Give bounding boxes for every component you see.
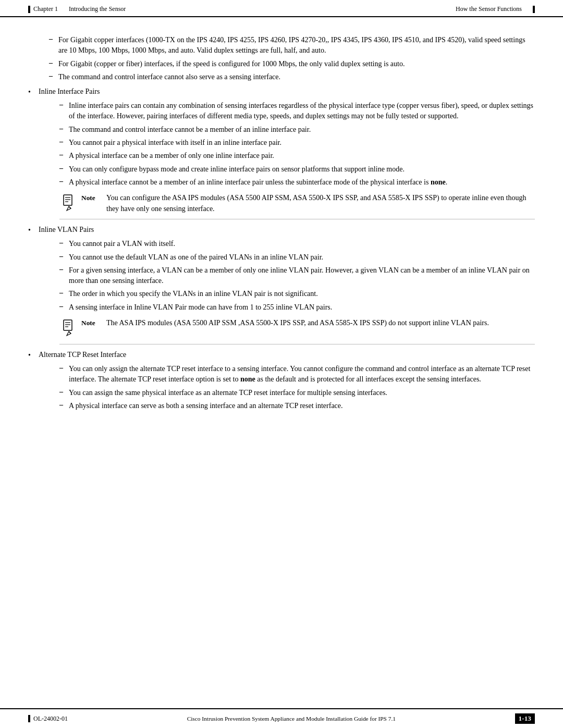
inline-vlan-sub-list: – You cannot pair a VLAN with itself. – … xyxy=(59,239,535,313)
sub-text: You cannot pair a physical interface wit… xyxy=(69,138,535,148)
list-item: – You cannot pair a physical interface w… xyxy=(59,138,535,148)
dash-icon: – xyxy=(59,125,69,133)
footer-doc-id: OL-24002-01 xyxy=(33,715,68,723)
alternate-tcp-bullet: • Alternate TCP Reset Interface xyxy=(28,351,535,360)
dash-icon: – xyxy=(59,177,69,186)
list-item: – A physical interface can serve as both… xyxy=(59,401,535,411)
note-2-text: The ASA IPS modules (ASA 5500 AIP SSM ,A… xyxy=(106,318,535,328)
alternate-tcp-sub-list: – You can only assign the alternate TCP … xyxy=(59,364,535,411)
list-item: – For a given sensing interface, a VLAN … xyxy=(59,265,535,287)
list-item: – You cannot use the default VLAN as one… xyxy=(59,252,535,263)
header-right: How the Sensor Functions xyxy=(456,5,535,13)
svg-line-9 xyxy=(69,331,71,334)
list-item: – You cannot pair a VLAN with itself. xyxy=(59,239,535,249)
dash-icon: – xyxy=(59,252,69,261)
dash-icon: – xyxy=(59,164,69,172)
sub-text: You can only configure bypass mode and c… xyxy=(69,164,535,175)
bullet-label: Alternate TCP Reset Interface xyxy=(39,351,535,359)
sub-text: For a given sensing interface, a VLAN ca… xyxy=(69,265,535,287)
list-item: – The order in which you specify the VLA… xyxy=(59,289,535,299)
note-pencil-icon-2 xyxy=(59,319,76,340)
note-1-text: You can configure the ASA IPS modules (A… xyxy=(106,193,535,214)
svg-line-4 xyxy=(69,206,71,208)
list-item: – A physical interface can be a member o… xyxy=(59,151,535,161)
footer-page-number: 1-13 xyxy=(515,713,535,724)
sub-text: A physical interface can serve as both a… xyxy=(69,401,535,411)
footer-left: OL-24002-01 xyxy=(28,715,68,723)
list-item: – You can assign the same physical inter… xyxy=(59,388,535,398)
sub-text: The command and control interface cannot… xyxy=(69,125,535,135)
dash-icon: – xyxy=(59,401,69,409)
intro-sub-list: – For Gigabit copper interfaces (1000-TX… xyxy=(49,35,535,82)
list-item: – A physical interface cannot be a membe… xyxy=(59,177,535,188)
bullet-dot: • xyxy=(28,226,39,235)
list-item: – You can only configure bypass mode and… xyxy=(59,164,535,175)
sub-text: A physical interface cannot be a member … xyxy=(69,177,535,188)
note-1-label: Note xyxy=(81,193,106,202)
footer-inner: OL-24002-01 Cisco Intrusion Prevention S… xyxy=(28,713,535,724)
bullet-label: Inline Interface Pairs xyxy=(39,88,535,96)
sub-text: The command and control interface cannot… xyxy=(58,72,535,82)
list-item: – For Gigabit copper interfaces (1000-TX… xyxy=(49,35,535,56)
page-header: Chapter 1 Introducing the Sensor How the… xyxy=(0,0,563,17)
header-left: Chapter 1 Introducing the Sensor xyxy=(28,5,126,13)
dash-icon: – xyxy=(49,72,58,80)
dash-icon: – xyxy=(59,151,69,159)
list-item: – For Gigabit (copper or fiber) interfac… xyxy=(49,59,535,69)
inline-vlan-pairs-bullet: • Inline VLAN Pairs xyxy=(28,226,535,235)
sub-text: The order in which you specify the VLANs… xyxy=(69,289,535,299)
header-left-bar xyxy=(28,6,30,13)
header-chapter: Chapter 1 xyxy=(33,5,58,13)
footer-bar xyxy=(28,715,30,722)
list-item: – The command and control interface cann… xyxy=(59,125,535,135)
sub-text: You cannot pair a VLAN with itself. xyxy=(69,239,535,249)
dash-icon: – xyxy=(59,388,69,396)
sub-text: A physical interface can be a member of … xyxy=(69,151,535,161)
note-1-wrapper: Note You can configure the ASA IPS modul… xyxy=(59,193,535,219)
inline-interface-sub-list: – Inline interface pairs can contain any… xyxy=(59,101,535,188)
svg-rect-5 xyxy=(64,320,72,330)
dash-icon: – xyxy=(59,101,69,109)
bullet-label: Inline VLAN Pairs xyxy=(39,226,535,234)
note-pencil-icon xyxy=(59,194,76,215)
sub-text: A sensing interface in Inline VLAN Pair … xyxy=(69,302,535,313)
dash-icon: – xyxy=(59,138,69,146)
footer-center-text: Cisco Intrusion Prevention System Applia… xyxy=(187,715,396,722)
note-2: Note The ASA IPS modules (ASA 5500 AIP S… xyxy=(59,318,535,344)
sub-text: You cannot use the default VLAN as one o… xyxy=(69,252,535,263)
inline-interface-pairs-bullet: • Inline Interface Pairs xyxy=(28,88,535,96)
header-right-bar xyxy=(533,6,535,13)
sub-text: For Gigabit (copper or fiber) interfaces… xyxy=(58,59,535,69)
dash-icon: – xyxy=(49,59,58,67)
sub-text: You can assign the same physical interfa… xyxy=(69,388,535,398)
sub-text: For Gigabit copper interfaces (1000-TX o… xyxy=(58,35,535,56)
bullet-dot: • xyxy=(28,88,39,96)
list-item: – A sensing interface in Inline VLAN Pai… xyxy=(59,302,535,313)
svg-rect-0 xyxy=(64,195,72,205)
header-chapter-title: Introducing the Sensor xyxy=(69,5,126,13)
note-2-label: Note xyxy=(81,318,106,327)
list-item: – You can only assign the alternate TCP … xyxy=(59,364,535,385)
list-item: – Inline interface pairs can contain any… xyxy=(59,101,535,122)
main-content: – For Gigabit copper interfaces (1000-TX… xyxy=(0,17,563,435)
dash-icon: – xyxy=(49,35,58,43)
note-2-wrapper: Note The ASA IPS modules (ASA 5500 AIP S… xyxy=(59,318,535,344)
dash-icon: – xyxy=(59,239,69,247)
sub-text: You can only assign the alternate TCP re… xyxy=(69,364,535,385)
dash-icon: – xyxy=(59,265,69,274)
dash-icon: – xyxy=(59,289,69,297)
list-item: – The command and control interface cann… xyxy=(49,72,535,82)
bullet-dot: • xyxy=(28,351,39,360)
sub-text: Inline interface pairs can contain any c… xyxy=(69,101,535,122)
dash-icon: – xyxy=(59,302,69,311)
footer-center: Cisco Intrusion Prevention System Applia… xyxy=(68,715,515,722)
note-1: Note You can configure the ASA IPS modul… xyxy=(59,193,535,219)
page-footer: OL-24002-01 Cisco Intrusion Prevention S… xyxy=(0,708,563,728)
dash-icon: – xyxy=(59,364,69,372)
header-right-title: How the Sensor Functions xyxy=(456,5,522,13)
